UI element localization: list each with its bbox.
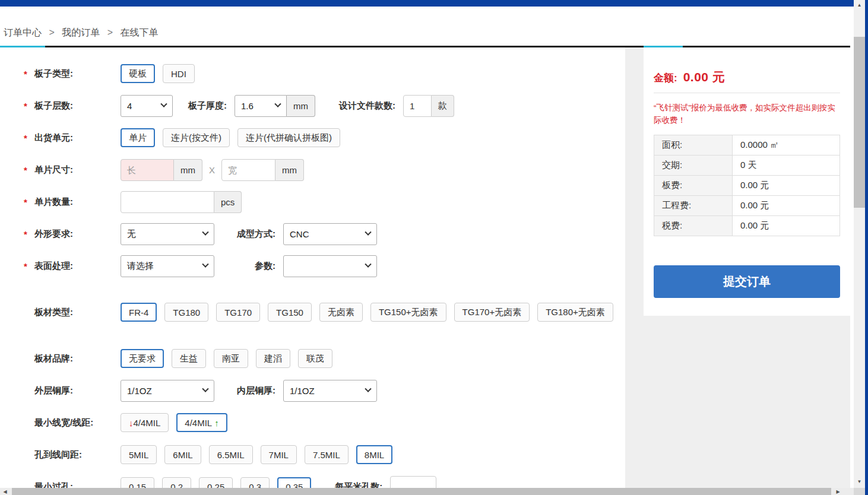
tab-indicator-right: [644, 46, 683, 47]
piece-qty-input[interactable]: [121, 191, 214, 213]
thickness-select[interactable]: 1.6: [235, 95, 287, 117]
material-brand-option-kingboard[interactable]: 建滔: [256, 349, 290, 368]
layers-label: 板子层数:: [34, 100, 73, 112]
hole-spacing-option-7-5mil[interactable]: 7.5MIL: [305, 445, 349, 464]
min-via-option-02[interactable]: 0.2: [162, 477, 191, 488]
tab-indicator-left: [0, 46, 45, 47]
fee-value-area: 0.0000 ㎡: [733, 135, 840, 155]
material-brand-option-itequ[interactable]: 联茂: [298, 349, 332, 368]
material-brand-option-shengyi[interactable]: 生益: [172, 349, 206, 368]
required-asterisk: *: [24, 197, 34, 207]
hole-spacing-option-6-5mil[interactable]: 6.5MIL: [209, 445, 253, 464]
ship-unit-option-single[interactable]: 单片: [121, 128, 155, 147]
min-via-option-03[interactable]: 0.3: [240, 477, 270, 488]
section-underline: [0, 46, 850, 47]
vertical-scrollbar[interactable]: ▲ ▼: [854, 0, 865, 488]
horizontal-scrollbar[interactable]: ◀ ▶: [0, 488, 854, 495]
fee-label-area: 面积:: [654, 135, 733, 155]
fee-label-tax: 税费:: [654, 215, 733, 236]
piece-qty-label: 单片数量:: [34, 196, 73, 208]
forming-select[interactable]: CNC: [283, 223, 377, 245]
arrow-down-icon: ↓: [129, 418, 134, 428]
row-outline: *外形要求: 无 成型方式: CNC: [0, 218, 625, 250]
scroll-up-icon[interactable]: ▲: [854, 0, 865, 10]
material-type-option-tg150-halogen-free[interactable]: TG150+无卤素: [370, 303, 446, 322]
min-trace-option-above[interactable]: 4/4MIL↑: [176, 413, 227, 432]
material-type-option-tg150[interactable]: TG150: [268, 303, 312, 322]
ship-unit-label: 出货单元:: [34, 132, 73, 144]
outer-copper-select-value: 1/1OZ: [127, 386, 152, 396]
material-type-option-fr4[interactable]: FR-4: [121, 303, 157, 322]
required-asterisk: *: [24, 261, 34, 271]
outer-copper-select[interactable]: 1/1OZ: [121, 380, 214, 402]
min-via-option-025[interactable]: 0.25: [199, 477, 233, 488]
hole-spacing-option-8mil[interactable]: 8MIL: [356, 445, 392, 464]
pricing-warning-text: “飞针测试”报价为最低收费，如实际文件超出则按实际收费！: [654, 102, 840, 127]
scroll-right-icon[interactable]: ▶: [833, 488, 843, 495]
material-type-option-tg170-halogen-free[interactable]: TG170+无卤素: [454, 303, 530, 322]
thickness-unit: mm: [287, 95, 315, 117]
amount-label: 金额:: [654, 71, 677, 85]
board-type-option-hdi[interactable]: HDI: [163, 64, 195, 83]
material-brand-option-nanya[interactable]: 南亚: [214, 349, 248, 368]
row-piece-qty: *单片数量: pcs: [0, 186, 625, 218]
board-type-option-rigid[interactable]: 硬板: [121, 64, 155, 83]
holes-per-sqm-input[interactable]: [390, 476, 436, 488]
thickness-label: 板子厚度:: [188, 100, 227, 112]
breadcrumb: 订单中心 > 我的订单 > 在线下单: [4, 27, 854, 39]
material-type-option-tg180-halogen-free[interactable]: TG180+无卤素: [537, 303, 613, 322]
arrow-up-icon: ↑: [214, 418, 219, 428]
hole-spacing-option-5mil[interactable]: 5MIL: [121, 445, 157, 464]
surface-select-value: 请选择: [127, 261, 154, 272]
hole-spacing-option-7mil[interactable]: 7MIL: [261, 445, 297, 464]
ship-unit-option-panel-confirm[interactable]: 连片(代拼确认拼板图): [237, 128, 340, 147]
design-files-input[interactable]: [403, 95, 432, 117]
table-row: 面积: 0.0000 ㎡: [654, 135, 840, 155]
material-type-option-halogen-free[interactable]: 无卤素: [319, 303, 363, 322]
table-row: 板费: 0.00 元: [654, 175, 840, 195]
submit-order-button[interactable]: 提交订单: [654, 265, 840, 298]
required-asterisk: *: [24, 101, 34, 111]
chevron-down-icon: [202, 386, 208, 392]
inner-copper-select[interactable]: 1/1OZ: [283, 380, 377, 402]
hole-spacing-option-6mil[interactable]: 6MIL: [164, 445, 201, 464]
fee-value-tax: 0.00 元: [733, 215, 840, 236]
fee-table: 面积: 0.0000 ㎡ 交期: 0 天 板费: 0.00 元 工程费:: [654, 135, 840, 236]
horizontal-scrollbar-thumb[interactable]: [12, 488, 831, 495]
min-via-option-035[interactable]: 0.35: [277, 477, 311, 488]
row-layers: *板子层数: 4 板子厚度: 1.6 mm 设计文件款数: 款: [0, 90, 625, 122]
outline-label: 外形要求:: [34, 229, 73, 240]
row-ship-unit: *出货单元: 单片 连片(按文件) 连片(代拼确认拼板图): [0, 122, 625, 154]
piece-length-input[interactable]: [121, 159, 174, 181]
chevron-down-icon: [202, 261, 208, 268]
piece-width-input[interactable]: [221, 159, 275, 181]
breadcrumb-my-orders[interactable]: 我的订单: [62, 27, 100, 37]
material-type-option-tg180[interactable]: TG180: [164, 303, 208, 322]
design-files-unit: 款: [432, 95, 454, 117]
amount-row: 金额: 0.00 元: [654, 47, 840, 85]
min-trace-above-text: 4/4MIL: [185, 418, 212, 428]
holes-per-sqm-label: 每平米孔数:: [335, 481, 382, 488]
scroll-down-icon[interactable]: ▼: [854, 477, 865, 487]
layers-select[interactable]: 4: [121, 95, 173, 117]
breadcrumb-online-order: 在线下单: [121, 27, 159, 37]
row-material-type: 板材类型: FR-4 TG180 TG170 TG150 无卤素 TG150+无…: [0, 282, 625, 342]
row-hole-spacing: 孔到线间距: 5MIL 6MIL 6.5MIL 7MIL 7.5MIL 8MIL: [0, 439, 625, 471]
material-type-option-tg170[interactable]: TG170: [216, 303, 260, 322]
min-via-option-015[interactable]: 0.15: [121, 477, 154, 488]
vertical-scrollbar-thumb[interactable]: [854, 37, 865, 208]
outline-select[interactable]: 无: [121, 223, 214, 245]
surface-select[interactable]: 请选择: [121, 255, 214, 277]
quote-panel-region: 金额: 0.00 元 “飞针测试”报价为最低收费，如实际文件超出则按实际收费！ …: [644, 47, 850, 488]
divider: [654, 93, 840, 93]
scroll-left-icon[interactable]: ◀: [0, 488, 10, 495]
min-trace-option-below[interactable]: ↓4/4MIL: [121, 413, 169, 432]
row-min-via: 最小过孔: 0.15 0.2 0.25 0.3 0.35 每平米孔数:: [0, 471, 625, 488]
breadcrumb-order-center[interactable]: 订单中心: [4, 27, 42, 37]
scrollbar-corner: [854, 488, 865, 495]
design-files-label: 设计文件款数:: [339, 100, 395, 112]
material-brand-option-any[interactable]: 无要求: [121, 349, 164, 368]
surface-param-select[interactable]: [283, 255, 377, 277]
piece-size-label: 单片尺寸:: [34, 164, 73, 176]
ship-unit-option-panel-by-file[interactable]: 连片(按文件): [163, 128, 230, 147]
